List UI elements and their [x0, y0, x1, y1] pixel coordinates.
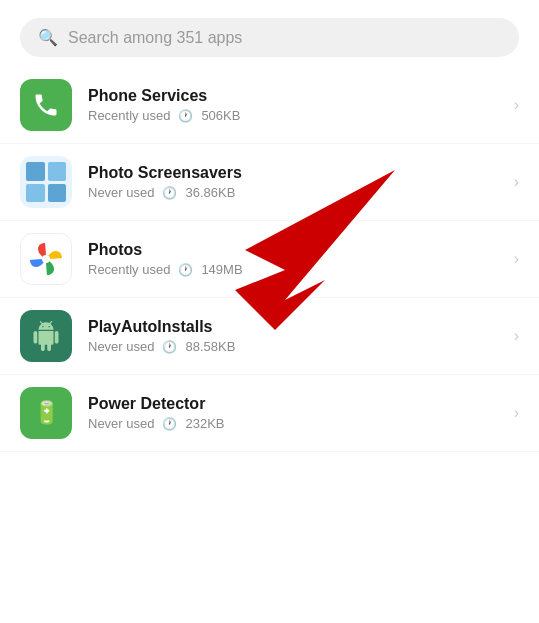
app-icon-play-auto-installs — [20, 310, 72, 362]
app-info-photos: Photos Recently used 🕐 149MB — [88, 241, 506, 277]
app-name: Power Detector — [88, 395, 506, 413]
app-name: Photos — [88, 241, 506, 259]
app-usage: Recently used — [88, 108, 170, 123]
app-usage: Never used — [88, 339, 154, 354]
chevron-icon: › — [514, 404, 519, 422]
tile — [48, 184, 67, 203]
app-size: 506KB — [201, 108, 240, 123]
search-bar[interactable]: 🔍 Search among 351 apps — [20, 18, 519, 57]
clock-icon: 🕐 — [178, 263, 193, 277]
phone-icon — [32, 91, 60, 119]
app-name: Phone Services — [88, 87, 506, 105]
clock-icon: 🕐 — [162, 340, 177, 354]
battery-icon: 🔋 — [33, 400, 60, 426]
app-usage: Recently used — [88, 262, 170, 277]
chevron-icon: › — [514, 250, 519, 268]
search-placeholder: Search among 351 apps — [68, 29, 242, 47]
list-item[interactable]: Photo Screensavers Never used 🕐 36.86KB … — [0, 144, 539, 221]
search-icon: 🔍 — [38, 28, 58, 47]
list-item[interactable]: 🔋 Power Detector Never used 🕐 232KB › — [0, 375, 539, 452]
app-icon-phone-services — [20, 79, 72, 131]
app-size: 36.86KB — [185, 185, 235, 200]
list-item[interactable]: Photos Recently used 🕐 149MB › — [0, 221, 539, 298]
app-list: Phone Services Recently used 🕐 506KB › P… — [0, 67, 539, 452]
app-info-phone-services: Phone Services Recently used 🕐 506KB — [88, 87, 506, 123]
app-icon-power-detector: 🔋 — [20, 387, 72, 439]
app-usage: Never used — [88, 416, 154, 431]
app-meta: Never used 🕐 232KB — [88, 416, 506, 431]
app-info-photo-screensavers: Photo Screensavers Never used 🕐 36.86KB — [88, 164, 506, 200]
search-bar-container: 🔍 Search among 351 apps — [0, 0, 539, 67]
chevron-icon: › — [514, 327, 519, 345]
list-item[interactable]: PlayAutoInstalls Never used 🕐 88.58KB › — [0, 298, 539, 375]
tile — [26, 184, 45, 203]
app-info-play-auto-installs: PlayAutoInstalls Never used 🕐 88.58KB — [88, 318, 506, 354]
app-icon-photo-screensavers — [20, 156, 72, 208]
chevron-icon: › — [514, 96, 519, 114]
app-meta: Never used 🕐 36.86KB — [88, 185, 506, 200]
app-name: Photo Screensavers — [88, 164, 506, 182]
app-size: 88.58KB — [185, 339, 235, 354]
app-usage: Never used — [88, 185, 154, 200]
app-meta: Recently used 🕐 506KB — [88, 108, 506, 123]
app-size: 232KB — [185, 416, 224, 431]
tile — [48, 162, 67, 181]
photos-pinwheel-icon — [28, 241, 64, 277]
app-meta: Recently used 🕐 149MB — [88, 262, 506, 277]
list-item[interactable]: Phone Services Recently used 🕐 506KB › — [0, 67, 539, 144]
photo-screensavers-tiles — [20, 156, 72, 208]
chevron-icon: › — [514, 173, 519, 191]
app-name: PlayAutoInstalls — [88, 318, 506, 336]
tile — [26, 162, 45, 181]
app-meta: Never used 🕐 88.58KB — [88, 339, 506, 354]
svg-point-0 — [42, 255, 50, 263]
app-icon-photos — [20, 233, 72, 285]
android-icon — [31, 321, 61, 351]
clock-icon: 🕐 — [162, 417, 177, 431]
clock-icon: 🕐 — [162, 186, 177, 200]
app-info-power-detector: Power Detector Never used 🕐 232KB — [88, 395, 506, 431]
clock-icon: 🕐 — [178, 109, 193, 123]
app-size: 149MB — [201, 262, 242, 277]
